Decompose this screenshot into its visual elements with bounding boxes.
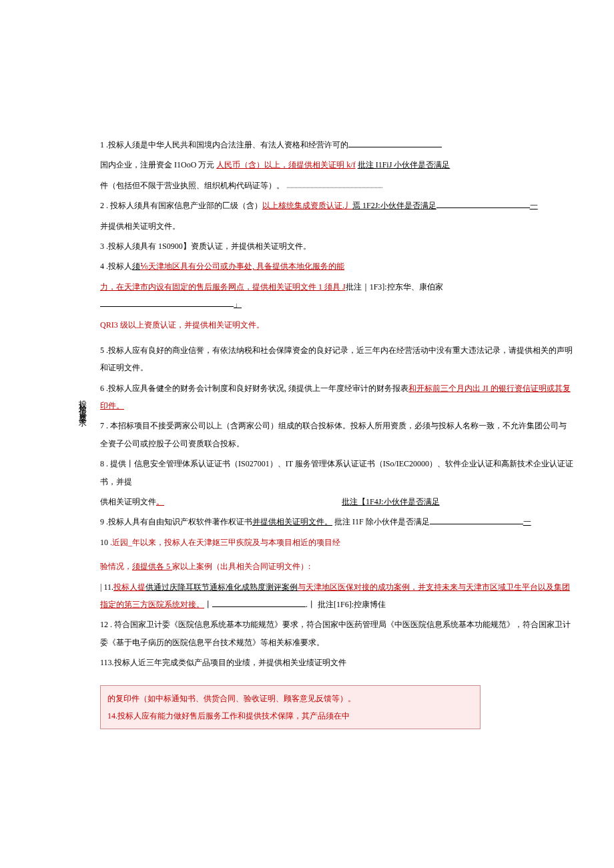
text: 6 .投标人应具备健全的财务会计制度和良好财务状况, 须提供上一年度经审计的财务… [100,384,408,393]
item-13: 113.投标人近三年完成类似产品项目的业绩，并提供相关业绩证明文件 [100,654,574,671]
text: 4 .投标人 [100,262,132,271]
blank-underline [100,306,234,307]
text: 丨 [204,600,212,609]
text: 一 [523,517,531,526]
item-7: 7 . 本招标项目不接受两家公司以上（含两家公司）组成的联合投标体。投标人所用资… [100,417,574,452]
item-6: 6 .投标人应具备健全的财务会计制度和良好财务状况, 须提供上一年度经审计的财务… [100,380,574,415]
text-red: 并提供相关证明文件。 [184,320,264,330]
blank-underline [430,524,523,524]
text: 2 . 投标人须具有国家信息产业部的匚级（含） [100,201,262,210]
blank-underline [436,207,530,208]
box-line-1: 的复印件（如中标通知书、供货合同、验收证明、顾客意见反馈等）。 [107,690,473,707]
text: 10 [100,538,110,547]
text-red: 验情况， [100,562,132,571]
text-red: QRI3 级以上资质认证， [100,320,184,330]
item-2-line2: 并提供相关证明文件。 [100,218,574,235]
item-10-line2: 验情况，须提供各 5 家以上案例（出具相关合同证明文件）: [100,558,574,575]
comment-annotation: 批注｜1F3]:控东华、康伯家 [346,282,443,292]
text: 8 . 提供丨信息安全管理体系认证证书（IS027001）、IT 服务管理体系认… [100,459,573,486]
text: 1 .投标人须是中华人民共和国境内合法注册、有法人资格和经营许可的 [100,140,348,149]
dotted-line: ........................................… [286,181,382,190]
text-underlined-red: 力，在天津市内设有固定的售后服务网点，提供相关证明文件 1 须具 J [100,282,346,292]
text-underlined: 并提供相关证明文件。 [252,517,332,526]
text: 供相关证明文件 [100,497,156,506]
text: 并提供相关证明文件。 [100,222,180,231]
item-1-line3: 件（包括但不限于营业执照、组织机构代码证等）。 ................… [100,177,574,194]
blank-underline [348,147,442,147]
item-8-line2: 供相关证明文件。 批注【1F4J:小伙伴是否满足 [100,493,574,510]
text: 5 .投标人应有良好的商业信誉，有依法纳税和社会保障资金的良好记录，近三年内在经… [100,346,573,372]
text: 7 . 本招标项目不接受两家公司以上（含两家公司）组成的联合投标体。投标人所用资… [100,421,567,448]
text: 一 [530,201,538,210]
side-label-vertical: 投标单位资质要求 [77,394,88,415]
text: | 11. [100,582,113,592]
item-4-line2: 力，在天津市内设有固定的售后服务网点，提供相关证明文件 1 须具 J批注｜1F3… [100,278,574,314]
text-underlined: 供通过庆降耳联节通标准化成熟度测评案例 [145,582,298,592]
text: 件（包括但不限于营业执照、组织机构代码证等）。 [100,181,284,190]
item-1-line2: 国内企业，注册资金 I1OoO 万元 人民币（含）以上，须提供相关证明 k/f … [100,156,574,173]
item-4-line1: 4 .投标人须⅟₀天津地区具有分公司或办事处, 具备提供本地化服务的能 [100,258,574,275]
box-line-2: 14.投标人应有能力做好售后服务工作和提供技术保障，其产品须在中 [107,707,473,725]
item-2-line1: 2 . 投标人须具有国家信息产业部的匚级（含）以上核统集成资质认证.丿焉 1F2… [100,197,574,214]
comment-annotation: 批注【1F4J:小伙伴是否满足 [342,497,440,506]
text-underlined-red: 须提供各 5 [132,562,172,571]
text-red-underlined: 。 [156,497,164,506]
item-12: 12 . 符合国家卫计委《医院信息系统基本功能规范》要求，符合国家中医药管理局《… [100,616,574,651]
item-5: 5 .投标人应有良好的商业信誉，有依法纳税和社会保障资金的良好记录，近三年内在经… [100,342,574,377]
text-red: 家以上案例（出具相关合同证明文件）: [172,562,310,571]
blank-underline-red [212,606,306,607]
text: 」 [234,300,242,309]
item-10-line1: 10 .近园_年以来，投标人在天津妪三甲疾院及与本项目相近的项目经 [100,534,574,551]
text-underlined-red: ⅟₀天津地区具有分公司或办事处, 具备提供本地化服务的能 [140,262,344,271]
item-9: 9 .投标人具有自由知识产权软件著作权证书并提供相关证明文件。 批注 I1F 除… [100,513,574,530]
text: 3 .投标人须具有 1S0900】资质认证，并提供相关证明文件。 [100,242,311,251]
document-page: 投标单位资质要求 1 .投标人须是中华人民共和国境内合法注册、有法人资格和经营许… [0,0,614,756]
item-8-line1: 8 . 提供丨信息安全管理体系认证证书（IS027001）、IT 服务管理体系认… [100,455,574,490]
item-1-line1: 1 .投标人须是中华人民共和国境内合法注册、有法人资格和经营许可的 [100,136,574,153]
document-content: 1 .投标人须是中华人民共和国境内合法注册、有法人资格和经营许可的 国内企业，注… [100,136,574,729]
comment-annotation: 批注 I1FiJ 小伙伴是否满足 [358,160,450,169]
comment-annotation: 焉 1F2J:小伙伴是否满足 [352,201,436,210]
revision-deleted-box: 的复印件（如中标通知书、供货合同、验收证明、顾客意见反馈等）。 14.投标人应有… [100,685,481,730]
text-underlined-red: 以上核统集成资质认证.丿 [262,201,352,210]
text: 113.投标人近三年完成类似产品项目的业绩，并提供相关业绩证明文件 [100,658,346,667]
text-red: .近园_年以来，投标人在天津妪三甲疾院及与本项目相近的项目经 [110,538,340,547]
item-11: | 11.投标人提供通过庆降耳联节通标准化成熟度测评案例与天津地区医保对接的成功… [100,578,574,614]
item-4-line3: QRI3 级以上资质认证，并提供相关证明文件。 [100,316,574,334]
text-underlined-red: 投标人提 [113,582,145,592]
text-underlined: 须 [132,262,140,271]
text: 12 . 符合国家卫计委《医院信息系统基本功能规范》要求，符合国家中医药管理局《… [100,620,571,646]
comment-annotation: 批注 I1F 除小伙伴是否满足 [334,517,430,526]
text-underlined-red: 人民币（含）以上，须提供相关证明 k/f [216,160,355,169]
text: 9 .投标人具有自由知识产权软件著作权证书 [100,517,252,526]
comment-annotation: 批注[1F6]:控康博佳 [318,600,386,609]
text: .丨 [306,600,316,609]
item-3: 3 .投标人须具有 1S0900】资质认证，并提供相关证明文件。 [100,238,574,255]
text: 国内企业，注册资金 I1OoO 万元 [100,160,214,169]
